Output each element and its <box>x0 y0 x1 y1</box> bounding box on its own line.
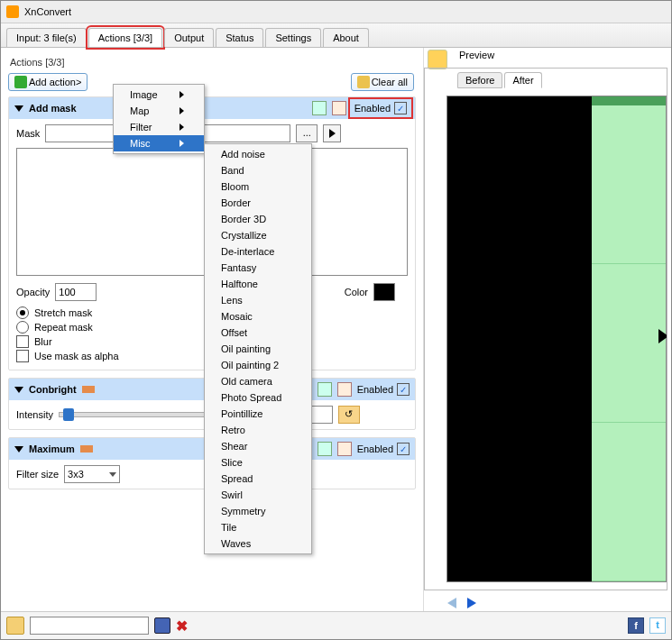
submenu-item-halftone[interactable]: Halftone <box>205 276 311 292</box>
checkbox-icon <box>397 443 410 455</box>
enabled-toggle-maximum[interactable]: Enabled <box>357 443 410 455</box>
titlebar: XnConvert <box>1 1 671 23</box>
submenu-item-crystallize[interactable]: Crystallize <box>205 227 311 243</box>
intensity-label: Intensity <box>16 409 53 420</box>
next-image-button[interactable] <box>467 598 476 608</box>
open-folder-icon[interactable] <box>6 617 24 635</box>
clear-all-button[interactable]: Clear all <box>351 73 414 91</box>
color-label: Color <box>345 287 368 297</box>
submenu-item-swirl[interactable]: Swirl <box>205 487 311 503</box>
radio-icon <box>16 306 29 319</box>
plus-icon <box>14 76 27 88</box>
action-delete-icon[interactable] <box>332 101 346 115</box>
submenu-item-add-noise[interactable]: Add noise <box>205 146 311 162</box>
preview-next-button[interactable] <box>658 329 667 343</box>
submenu-item-de-interlace[interactable]: De-interlace <box>205 243 311 260</box>
submenu-item-oil-painting[interactable]: Oil painting <box>205 341 311 357</box>
twitter-icon[interactable]: t <box>649 617 666 634</box>
menu-item-filter[interactable]: Filter <box>114 119 204 135</box>
menu-item-misc[interactable]: Misc <box>114 135 204 151</box>
tab-before[interactable]: Before <box>457 72 502 88</box>
submenu-item-waves[interactable]: Waves <box>205 535 311 552</box>
color-well[interactable] <box>373 283 395 301</box>
reset-icon[interactable]: ↺ <box>338 406 360 424</box>
triangle-down-icon <box>14 387 23 393</box>
menu-item-map[interactable]: Map <box>114 103 204 119</box>
checkbox-icon <box>16 350 29 362</box>
enabled-toggle-conbright[interactable]: Enabled <box>357 383 410 396</box>
submenu-item-photo-spread[interactable]: Photo Spread <box>205 389 311 406</box>
action-dup-icon[interactable] <box>318 442 332 456</box>
enabled-toggle-add-mask[interactable]: Enabled <box>352 101 410 115</box>
tab-actions[interactable]: Actions [3/3] <box>88 28 163 47</box>
submenu-item-symmetry[interactable]: Symmetry <box>205 503 311 519</box>
action-dup-icon[interactable] <box>312 101 327 115</box>
preview-pane: Preview Before After <box>423 48 671 639</box>
tab-output[interactable]: Output <box>164 28 214 47</box>
radio-icon <box>16 321 29 334</box>
submenu-item-band[interactable]: Band <box>205 162 311 178</box>
facebook-icon[interactable]: f <box>628 617 644 634</box>
submenu-item-mosaic[interactable]: Mosaic <box>205 308 311 325</box>
magnifier-icon[interactable] <box>428 50 447 69</box>
action-dup-icon[interactable] <box>318 382 332 397</box>
preview-image <box>446 96 667 582</box>
submenu-item-pointillize[interactable]: Pointillize <box>205 406 311 422</box>
tab-about[interactable]: About <box>323 28 369 47</box>
tab-status[interactable]: Status <box>216 28 263 47</box>
submenu-item-shear[interactable]: Shear <box>205 438 311 454</box>
action-title: Add mask <box>29 103 77 114</box>
submenu-item-retro[interactable]: Retro <box>205 422 311 438</box>
menu-item-image[interactable]: Image <box>114 87 204 103</box>
minus-icon <box>80 445 93 453</box>
preview-frame: Before After <box>424 68 667 590</box>
submenu-item-tile[interactable]: Tile <box>205 519 311 535</box>
bottom-toolbar: ✖ f t <box>1 611 671 639</box>
add-action-button[interactable]: Add action> <box>8 73 87 91</box>
tab-input[interactable]: Input: 3 file(s) <box>6 28 87 47</box>
submenu-item-offset[interactable]: Offset <box>205 325 311 341</box>
chevron-right-icon <box>180 91 184 98</box>
chevron-right-icon <box>180 140 184 147</box>
preview-dark-area <box>447 96 592 581</box>
submenu-item-bloom[interactable]: Bloom <box>205 178 311 195</box>
nav-arrows <box>447 598 476 608</box>
opacity-label: Opacity <box>16 287 50 297</box>
checkbox-icon <box>16 335 29 348</box>
prev-image-button[interactable] <box>447 598 456 608</box>
clear-all-label: Clear all <box>372 77 408 87</box>
delete-icon[interactable]: ✖ <box>176 617 188 635</box>
mask-browse-button[interactable]: ... <box>296 124 318 142</box>
app-window: XnConvert Input: 3 file(s) Actions [3/3]… <box>0 0 672 640</box>
app-title: XnConvert <box>24 6 71 17</box>
tab-after[interactable]: After <box>504 72 541 88</box>
mask-play-button[interactable] <box>323 124 341 142</box>
main-tabs: Input: 3 file(s) Actions [3/3] Output St… <box>1 23 671 48</box>
filter-size-select[interactable]: 3x3 <box>64 465 120 483</box>
save-icon[interactable] <box>154 617 170 634</box>
action-delete-icon[interactable] <box>337 442 352 456</box>
preset-combo[interactable] <box>30 617 149 635</box>
submenu-item-border[interactable]: Border <box>205 195 311 211</box>
submenu-item-old-camera[interactable]: Old camera <box>205 373 311 389</box>
submenu-item-lens[interactable]: Lens <box>205 292 311 308</box>
add-action-menu: ImageMapFilterMisc <box>113 84 205 154</box>
submenu-item-oil-painting-2[interactable]: Oil painting 2 <box>205 357 311 373</box>
submenu-item-fantasy[interactable]: Fantasy <box>205 260 311 276</box>
submenu-item-slice[interactable]: Slice <box>205 454 311 471</box>
tab-settings[interactable]: Settings <box>265 28 321 47</box>
action-title: Conbright <box>29 384 77 395</box>
submenu-item-border-3d[interactable]: Border 3D <box>205 211 311 227</box>
play-icon <box>329 129 336 138</box>
checkbox-icon <box>397 383 410 396</box>
opacity-stepper[interactable]: 100 <box>55 283 97 301</box>
mask-label: Mask <box>16 128 40 139</box>
submenu-item-spread[interactable]: Spread <box>205 471 311 487</box>
slider-knob[interactable] <box>63 408 74 421</box>
app-icon <box>6 5 19 18</box>
broom-icon <box>357 76 370 88</box>
chevron-right-icon <box>180 107 184 114</box>
filter-size-label: Filter size <box>16 469 59 480</box>
action-header-add-mask[interactable]: Add mask Enabled <box>9 97 415 119</box>
action-delete-icon[interactable] <box>337 382 352 397</box>
